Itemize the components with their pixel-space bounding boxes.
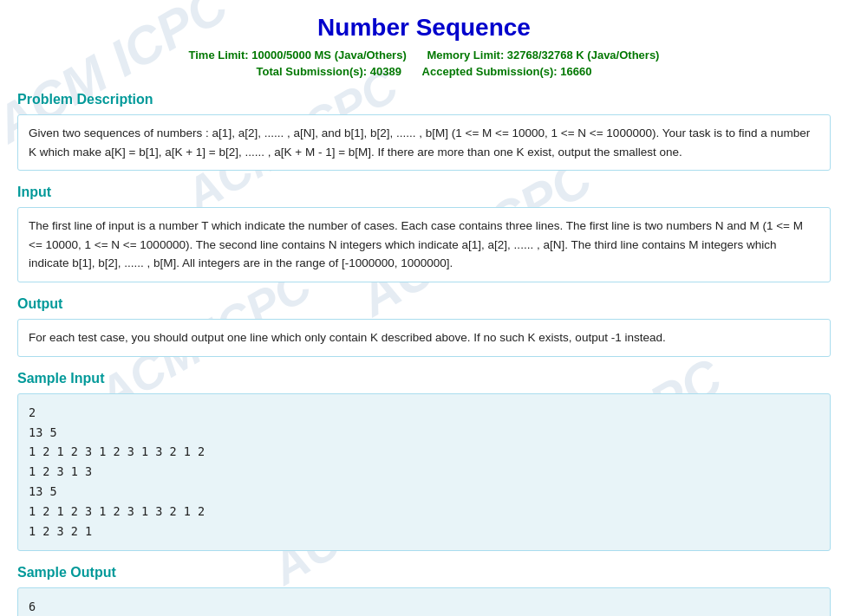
problem-description-title: Problem Description bbox=[17, 92, 831, 107]
accepted-submissions: Accepted Submission(s): 16660 bbox=[422, 65, 592, 78]
sample-output-line-0: 6 bbox=[29, 597, 819, 616]
sample-input-line-4: 13 5 bbox=[29, 482, 819, 502]
input-content: The first line of input is a number T wh… bbox=[29, 219, 803, 269]
sample-input-line-0: 2 bbox=[29, 403, 819, 423]
sample-output-box: 6 -1 bbox=[17, 587, 831, 616]
sample-input-line-1: 13 5 bbox=[29, 423, 819, 443]
output-content: For each test case, you should output on… bbox=[29, 331, 666, 344]
page-title: Number Sequence bbox=[17, 9, 831, 42]
output-title: Output bbox=[17, 296, 831, 312]
sample-input-title: Sample Input bbox=[17, 371, 831, 386]
sample-output-title: Sample Output bbox=[17, 565, 831, 580]
time-limit: Time Limit: 10000/5000 MS (Java/Others) bbox=[189, 49, 407, 62]
page-container: Number Sequence Time Limit: 10000/5000 M… bbox=[0, 0, 848, 616]
memory-limit: Memory Limit: 32768/32768 K (Java/Others… bbox=[427, 49, 659, 62]
problem-description-box: Given two sequences of numbers : a[1], a… bbox=[17, 114, 831, 171]
meta-info: Time Limit: 10000/5000 MS (Java/Others) … bbox=[17, 49, 831, 62]
input-box: The first line of input is a number T wh… bbox=[17, 207, 831, 282]
input-title: Input bbox=[17, 185, 831, 200]
problem-description-content: Given two sequences of numbers : a[1], a… bbox=[29, 126, 810, 159]
total-submissions: Total Submission(s): 40389 bbox=[257, 65, 401, 78]
sample-input-line-6: 1 2 3 2 1 bbox=[29, 522, 819, 541]
sample-input-box: 2 13 5 1 2 1 2 3 1 2 3 1 3 2 1 2 1 2 3 1… bbox=[17, 393, 831, 552]
sample-input-line-5: 1 2 1 2 3 1 2 3 1 3 2 1 2 bbox=[29, 502, 819, 522]
sample-input-line-2: 1 2 1 2 3 1 2 3 1 3 2 1 2 bbox=[29, 442, 819, 462]
meta-info-2: Total Submission(s): 40389 Accepted Subm… bbox=[17, 65, 831, 78]
sample-input-line-3: 1 2 3 1 3 bbox=[29, 462, 819, 482]
output-box: For each test case, you should output on… bbox=[17, 319, 831, 357]
